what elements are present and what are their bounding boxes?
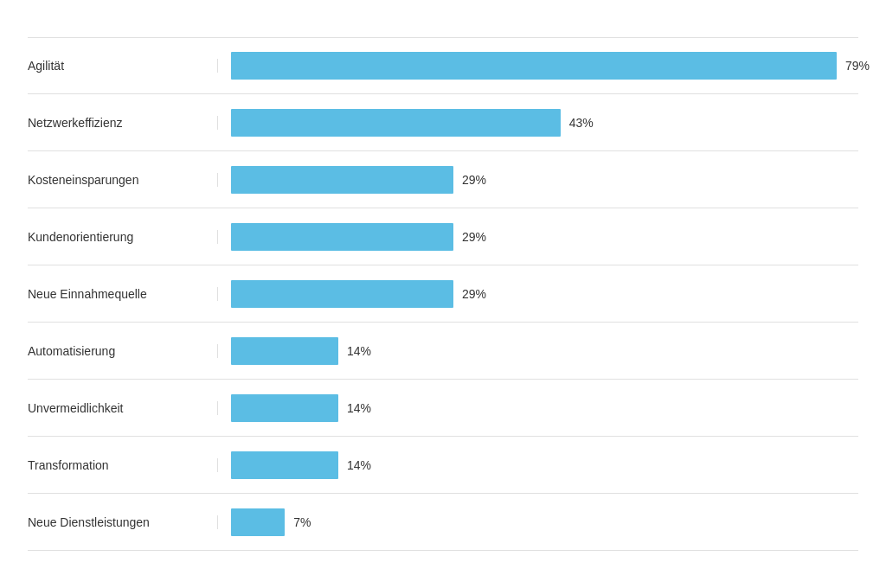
chart-row: Kosteneinsparungen29% [28,151,858,208]
bar-area: 14% [218,394,858,422]
chart-row: Kundenorientierung29% [28,208,858,265]
bar [231,394,338,422]
bar-area: 29% [218,166,858,194]
bar-area: 14% [218,337,858,365]
chart-row: Unvermeidlichkeit14% [28,380,858,437]
chart-row: Transformation14% [28,437,858,494]
row-label: Kosteneinsparungen [28,173,218,187]
chart-row: Agilität79% [28,37,858,94]
bar-value-label: 29% [462,173,486,187]
row-label: Neue Dienstleistungen [28,515,218,529]
bar [231,451,338,479]
row-label: Netzwerkeffizienz [28,116,218,130]
bar-value-label: 29% [462,230,486,244]
bar-area: 29% [218,280,858,308]
bar [231,109,561,137]
bar [231,166,453,194]
bar-chart: Agilität79%Netzwerkeffizienz43%Kostenein… [19,20,867,568]
bar [231,508,285,536]
chart-row: Netzwerkeffizienz43% [28,94,858,151]
bar [231,223,453,251]
bar [231,280,453,308]
bar-area: 79% [218,52,870,80]
bar-area: 43% [218,109,858,137]
row-label: Transformation [28,458,218,472]
chart-row: Neue Dienstleistungen7% [28,494,858,551]
bar-value-label: 79% [845,59,870,73]
row-label: Automatisierung [28,344,218,358]
bar-value-label: 14% [347,401,371,415]
bar-value-label: 43% [569,116,594,130]
bar-area: 14% [218,451,858,479]
bar-value-label: 14% [347,458,371,472]
bar-value-label: 7% [293,515,311,529]
row-label: Kundenorientierung [28,230,218,244]
bar-value-label: 29% [462,287,486,301]
row-label: Agilität [28,59,218,73]
bar [231,337,338,365]
bar-area: 29% [218,223,858,251]
bar-value-label: 14% [347,344,371,358]
row-label: Neue Einnahmequelle [28,287,218,301]
bar [231,52,837,80]
row-label: Unvermeidlichkeit [28,401,218,415]
chart-row: Neue Einnahmequelle29% [28,265,858,323]
chart-row: Automatisierung14% [28,323,858,380]
bar-area: 7% [218,508,858,536]
